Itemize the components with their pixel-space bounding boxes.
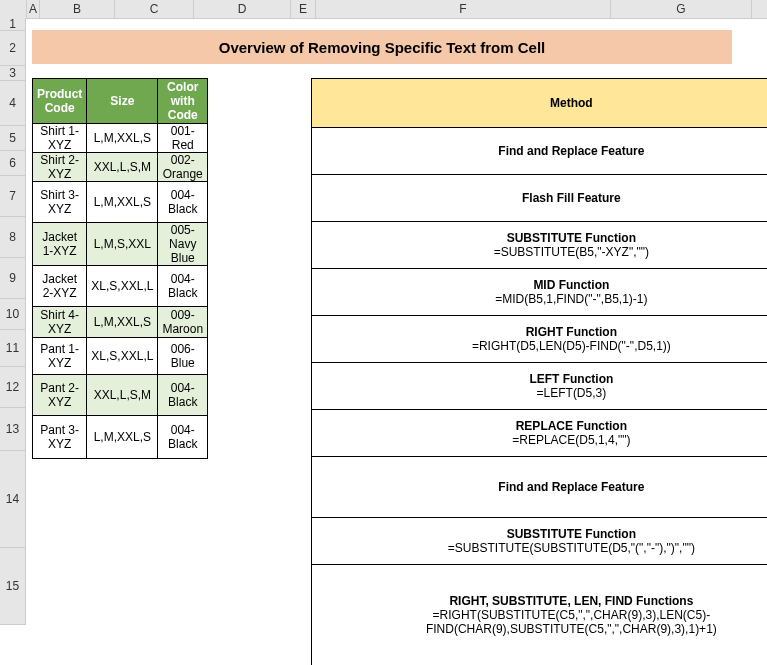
cell-product[interactable]: Shirt 2-XYZ (33, 153, 87, 182)
right-row[interactable]: Find and Replace FeatureRemoved Specific… (312, 128, 768, 175)
method-title: Find and Replace Feature (318, 480, 767, 494)
header-product: Product Code (33, 79, 87, 124)
method-formula: =LEFT(D5,3) (318, 386, 767, 400)
right-row[interactable]: SUBSTITUTE Function=SUBSTITUTE(B5,"-XYZ"… (312, 222, 768, 269)
left-row[interactable]: Pant 3-XYZL,M,XXL,S004-Black (33, 416, 208, 459)
method-formula: =RIGHT(SUBSTITUTE(C5,",",CHAR(9),3),LEN(… (318, 608, 767, 636)
right-row[interactable]: RIGHT, SUBSTITUTE, LEN, FIND Functions=R… (312, 565, 768, 666)
col-head-G[interactable]: G (611, 0, 752, 18)
col-head-D[interactable]: D (194, 0, 291, 18)
cell-method[interactable]: LEFT Function=LEFT(D5,3) (312, 363, 768, 410)
row-head-2[interactable]: 2 (0, 31, 26, 66)
cell-size[interactable]: XXL,L,S,M (87, 153, 158, 182)
row-head-3[interactable]: 3 (0, 66, 26, 81)
cell-color[interactable]: 002-Orange (158, 153, 208, 182)
col-head-E[interactable]: E (291, 0, 316, 18)
right-row[interactable]: Flash Fill FeatureRemoved Specific Text (312, 175, 768, 222)
cell-color[interactable]: 004-Black (158, 182, 208, 223)
row-headers: 123456789101112131415 (0, 18, 26, 625)
row-head-15[interactable]: 15 (0, 548, 26, 625)
cell-color[interactable]: 004-Black (158, 266, 208, 307)
row-head-11[interactable]: 11 (0, 330, 26, 367)
row-head-12[interactable]: 12 (0, 367, 26, 408)
cell-color[interactable]: 004-Black (158, 416, 208, 459)
right-row[interactable]: Find and Replace FeatureRemoved Text aft… (312, 457, 768, 518)
left-table: Product Code Size Color with Code Shirt … (32, 78, 208, 459)
left-row[interactable]: Jacket 1-XYZL,M,S,XXL005-Navy Blue (33, 223, 208, 266)
col-head-F[interactable]: F (316, 0, 611, 18)
method-title: Find and Replace Feature (318, 144, 767, 158)
cell-method[interactable]: RIGHT Function=RIGHT(D5,LEN(D5)-FIND("-"… (312, 316, 768, 363)
row-head-4[interactable]: 4 (0, 81, 26, 126)
cell-product[interactable]: Shirt 3-XYZ (33, 182, 87, 223)
method-formula: =MID(B5,1,FIND("-",B5,1)-1) (318, 292, 767, 306)
cell-method[interactable]: Find and Replace Feature (312, 128, 768, 175)
cell-size[interactable]: XL,S,XXL,L (87, 266, 158, 307)
cell-size[interactable]: L,M,XXL,S (87, 124, 158, 153)
row-head-14[interactable]: 14 (0, 451, 26, 548)
method-formula: =SUBSTITUTE(SUBSTITUTE(D5,"(","-"),")","… (318, 541, 767, 555)
cell-size[interactable]: L,M,S,XXL (87, 223, 158, 266)
cell-method[interactable]: REPLACE Function=REPLACE(D5,1,4,"") (312, 410, 768, 457)
left-row[interactable]: Jacket 2-XYZXL,S,XXL,L004-Black (33, 266, 208, 307)
column-headers: ABCDEFG (0, 0, 767, 19)
left-row[interactable]: Shirt 1-XYZL,M,XXL,S001-Red (33, 124, 208, 153)
row-head-6[interactable]: 6 (0, 151, 26, 176)
col-head-gutter[interactable] (0, 0, 27, 18)
cell-method[interactable]: RIGHT, SUBSTITUTE, LEN, FIND Functions=R… (312, 565, 768, 666)
cell-size[interactable]: L,M,XXL,S (87, 416, 158, 459)
cell-size[interactable]: L,M,XXL,S (87, 182, 158, 223)
row-head-5[interactable]: 5 (0, 126, 26, 151)
right-row[interactable]: RIGHT Function=RIGHT(D5,LEN(D5)-FIND("-"… (312, 316, 768, 363)
row-head-9[interactable]: 9 (0, 258, 26, 299)
cell-color[interactable]: 004-Black (158, 375, 208, 416)
left-row[interactable]: Pant 2-XYZXXL,L,S,M004-Black (33, 375, 208, 416)
cell-product[interactable]: Pant 1-XYZ (33, 338, 87, 375)
cell-product[interactable]: Pant 3-XYZ (33, 416, 87, 459)
right-row[interactable]: REPLACE Function=REPLACE(D5,1,4,"")Remov… (312, 410, 768, 457)
col-head-C[interactable]: C (115, 0, 194, 18)
cell-size[interactable]: XXL,L,S,M (87, 375, 158, 416)
row-head-1[interactable]: 1 (0, 18, 26, 31)
cell-color[interactable]: 001-Red (158, 124, 208, 153)
cell-product[interactable]: Jacket 1-XYZ (33, 223, 87, 266)
row-head-7[interactable]: 7 (0, 176, 26, 217)
left-row[interactable]: Shirt 3-XYZL,M,XXL,S004-Black (33, 182, 208, 223)
method-title: Flash Fill Feature (318, 191, 767, 205)
method-title: SUBSTITUTE Function (318, 231, 767, 245)
right-row[interactable]: LEFT Function=LEFT(D5,3)Removed Specific… (312, 363, 768, 410)
cell-size[interactable]: L,M,XXL,S (87, 307, 158, 338)
method-title: MID Function (318, 278, 767, 292)
cell-method[interactable]: SUBSTITUTE Function=SUBSTITUTE(B5,"-XYZ"… (312, 222, 768, 269)
right-row[interactable]: SUBSTITUTE Function=SUBSTITUTE(SUBSTITUT… (312, 518, 768, 565)
left-row[interactable]: Pant 1-XYZXL,S,XXL,L006-Blue (33, 338, 208, 375)
row-head-8[interactable]: 8 (0, 217, 26, 258)
method-title: RIGHT Function (318, 325, 767, 339)
cell-method[interactable]: SUBSTITUTE Function=SUBSTITUTE(SUBSTITUT… (312, 518, 768, 565)
cell-color[interactable]: 006-Blue (158, 338, 208, 375)
right-row[interactable]: MID Function=MID(B5,1,FIND("-",B5,1)-1)R… (312, 269, 768, 316)
cell-color[interactable]: 009-Maroon (158, 307, 208, 338)
col-head-A[interactable]: A (27, 0, 40, 18)
method-title: LEFT Function (318, 372, 767, 386)
row-head-13[interactable]: 13 (0, 408, 26, 451)
col-head-B[interactable]: B (40, 0, 115, 18)
cell-method[interactable]: MID Function=MID(B5,1,FIND("-",B5,1)-1) (312, 269, 768, 316)
header-color: Color with Code (158, 79, 208, 124)
method-title: REPLACE Function (318, 419, 767, 433)
right-table: Method Output Find and Replace FeatureRe… (311, 78, 767, 665)
cell-size[interactable]: XL,S,XXL,L (87, 338, 158, 375)
cell-color[interactable]: 005-Navy Blue (158, 223, 208, 266)
page-title: Overview of Removing Specific Text from … (32, 30, 732, 64)
cell-product[interactable]: Shirt 1-XYZ (33, 124, 87, 153)
cell-method[interactable]: Flash Fill Feature (312, 175, 768, 222)
cell-product[interactable]: Jacket 2-XYZ (33, 266, 87, 307)
method-formula: =REPLACE(D5,1,4,"") (318, 433, 767, 447)
cell-product[interactable]: Pant 2-XYZ (33, 375, 87, 416)
method-title: SUBSTITUTE Function (318, 527, 767, 541)
row-head-10[interactable]: 10 (0, 299, 26, 330)
cell-method[interactable]: Find and Replace Feature (312, 457, 768, 518)
cell-product[interactable]: Shirt 4-XYZ (33, 307, 87, 338)
left-row[interactable]: Shirt 4-XYZL,M,XXL,S009-Maroon (33, 307, 208, 338)
left-row[interactable]: Shirt 2-XYZXXL,L,S,M002-Orange (33, 153, 208, 182)
